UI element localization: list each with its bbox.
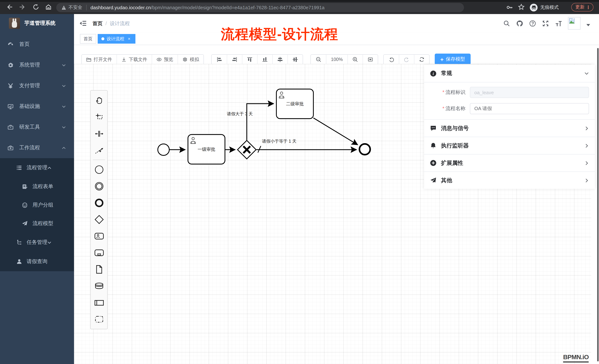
end-event[interactable]: [360, 144, 370, 155]
incognito-badge: 无痕模式: [530, 3, 559, 12]
align-left-button[interactable]: [212, 55, 227, 64]
update-label[interactable]: 更新: [575, 4, 585, 10]
sidebar-item-label: 系统管理: [19, 62, 40, 68]
tab-label: 首页: [84, 36, 92, 42]
sidebar-item-label: 流程表单: [33, 183, 53, 190]
github-icon[interactable]: [516, 20, 523, 27]
chevron-down-icon: [47, 240, 52, 245]
scrollbar[interactable]: [597, 48, 599, 361]
reload-icon[interactable]: [33, 4, 39, 10]
properties-panel: i 常规 *流程标识 *流程名称 消息与信号 执行监听器: [424, 65, 595, 189]
tab-label: 设计流程: [106, 36, 124, 42]
download-file-button[interactable]: 下载文件: [116, 55, 152, 64]
align-vcenter-button[interactable]: [288, 55, 303, 64]
undo-button[interactable]: [384, 55, 399, 64]
process-key-input[interactable]: [470, 87, 589, 98]
toolbox-icon: [7, 124, 14, 130]
sidebar-item-devtools[interactable]: 研发工具: [0, 117, 74, 137]
button-label: 保存模型: [446, 56, 465, 62]
back-icon[interactable]: [6, 4, 13, 10]
redo-icon: [404, 57, 410, 62]
svg-text:i: i: [433, 71, 434, 76]
section-message-signal[interactable]: 消息与信号: [424, 119, 595, 137]
download-icon: [121, 57, 126, 62]
caret-down-icon[interactable]: [586, 24, 590, 28]
section-extended-attributes[interactable]: 扩展属性: [424, 154, 595, 171]
yen-icon: [7, 83, 14, 89]
url-host[interactable]: dashboard.yudao.iocoder.cn: [90, 5, 151, 10]
align-hcenter-button[interactable]: [272, 55, 288, 64]
sidebar-item-user-group[interactable]: 用户分组: [0, 196, 74, 214]
hamburger-icon[interactable]: [79, 20, 87, 27]
sidebar-item-label: 请假查询: [27, 258, 47, 265]
tab-design-process[interactable]: 设计流程 ×: [98, 34, 135, 44]
task-level1-label[interactable]: 一级审批: [188, 135, 225, 164]
address-bar[interactable]: 不安全 dashboard.yudao.iocoder.cn/bpm/manag…: [56, 3, 464, 12]
sidebar-item-process-form[interactable]: 流程表单: [0, 177, 74, 196]
bell-icon: [430, 142, 437, 149]
required-asterisk: *: [442, 106, 444, 111]
sidebar-item-infra[interactable]: 基础设施: [0, 96, 74, 117]
align-left-icon: [216, 57, 222, 62]
chevron-down-icon: [62, 125, 66, 129]
sidebar-item-label: 研发工具: [19, 124, 40, 130]
forward-icon[interactable]: [19, 4, 26, 10]
help-icon[interactable]: [529, 20, 536, 27]
section-execution-listener[interactable]: 执行监听器: [424, 137, 595, 154]
simulate-button[interactable]: 模拟: [178, 55, 203, 64]
open-file-button[interactable]: 打开文件: [82, 55, 116, 64]
url-path[interactable]: /bpm/manager/model/design?modelId=e4a1a1…: [151, 5, 325, 10]
flow-task2-to-end[interactable]: [313, 118, 358, 145]
breadcrumb: 首页/设计流程: [92, 20, 130, 27]
sidebar-item-system[interactable]: 系统管理: [0, 55, 74, 75]
reset-view-button[interactable]: [362, 55, 378, 64]
preview-button[interactable]: 预览: [152, 55, 178, 64]
close-icon[interactable]: ×: [126, 36, 132, 41]
home-icon[interactable]: [45, 4, 52, 10]
avatar[interactable]: [568, 17, 581, 30]
general-form: *流程标识 *流程名称: [424, 82, 595, 119]
breadcrumb-home[interactable]: 首页: [92, 21, 103, 26]
app-logo[interactable]: 芋道管理系统: [0, 14, 74, 33]
redo-button[interactable]: [399, 55, 414, 64]
sidebar: 芋道管理系统 首页 系统管理 支付管理 基础设施: [0, 14, 74, 364]
refresh-button[interactable]: [414, 55, 429, 64]
incognito-icon: [530, 3, 537, 11]
zoom-in-button[interactable]: [347, 55, 362, 64]
chevron-up-icon: [62, 146, 66, 150]
sidebar-item-home[interactable]: 首页: [0, 34, 74, 55]
gear-icon: [7, 62, 14, 68]
tab-home[interactable]: 首页: [80, 34, 96, 44]
zoom-out-button[interactable]: [311, 55, 326, 64]
flow-condition-gt-label[interactable]: 请假大于 3 天: [227, 111, 253, 117]
flow-condition-le-label[interactable]: 请假小于等于 1 天: [262, 139, 297, 144]
section-general[interactable]: i 常规: [424, 65, 595, 82]
browser-menu-icon[interactable]: ⋮: [586, 5, 590, 10]
align-bottom-button[interactable]: [257, 55, 272, 64]
incognito-label: 无痕模式: [540, 4, 559, 10]
sidebar-item-workflow[interactable]: 工作流程: [0, 137, 74, 158]
security-label[interactable]: 不安全: [69, 4, 82, 11]
search-icon[interactable]: [503, 20, 510, 27]
flow-gateway-to-task2[interactable]: [247, 104, 274, 140]
start-event[interactable]: [158, 144, 169, 155]
bpmn-io-logo[interactable]: BPMN.iO: [563, 354, 589, 363]
sidebar-item-payment[interactable]: 支付管理: [0, 75, 74, 96]
star-icon[interactable]: [518, 4, 525, 10]
sidebar-item-process-model[interactable]: 流程模型: [0, 214, 74, 233]
section-other[interactable]: 其他: [424, 171, 595, 189]
align-right-button[interactable]: [227, 55, 242, 64]
annotation-text: 流程模型-设计流程: [221, 25, 338, 44]
sidebar-item-process-mgmt[interactable]: 流程管理: [0, 158, 74, 177]
browser-update-button[interactable]: 更新 ⋮: [571, 3, 593, 11]
task-level2-label[interactable]: 二级审批: [276, 89, 313, 119]
zoom-button-group: 100%: [310, 54, 378, 65]
sidebar-item-leave-query[interactable]: 请假查询: [0, 252, 74, 271]
sidebar-item-task-mgmt[interactable]: 任务管理: [0, 233, 74, 252]
save-model-button[interactable]: + 保存模型: [435, 54, 471, 65]
align-top-button[interactable]: [242, 55, 257, 64]
process-name-input[interactable]: [470, 103, 589, 114]
key-icon[interactable]: [506, 4, 513, 11]
fullscreen-icon[interactable]: [542, 20, 549, 27]
font-size-icon[interactable]: [555, 20, 562, 27]
